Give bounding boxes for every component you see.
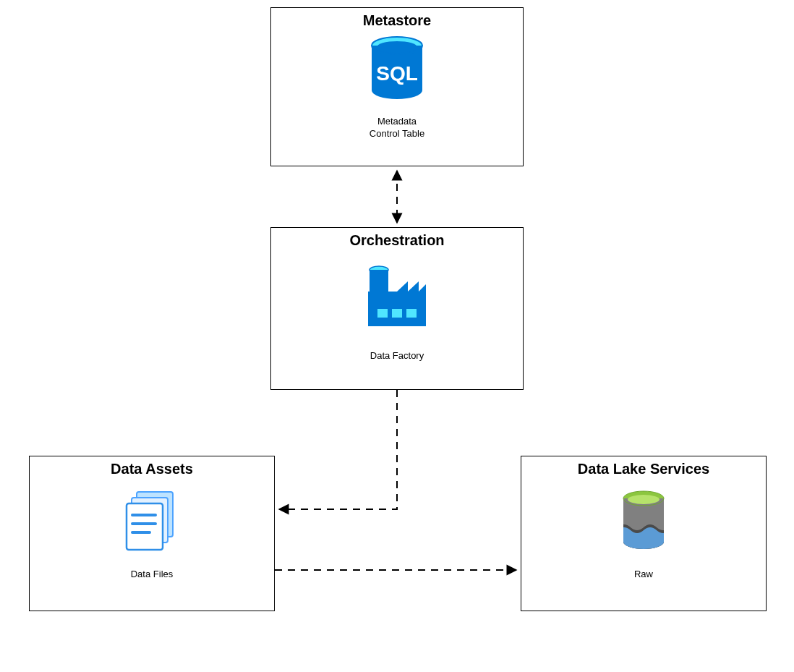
svg-marker-9 <box>408 281 419 292</box>
svg-rect-11 <box>377 309 388 318</box>
data-lake-caption: Raw <box>521 569 766 581</box>
node-data-assets: Data Assets Data Files <box>29 456 275 611</box>
svg-rect-13 <box>406 309 417 318</box>
connector-orchestration-to-data-assets <box>279 390 397 509</box>
metastore-title: Metastore <box>271 12 523 29</box>
node-orchestration: Orchestration Data Factory <box>270 227 524 390</box>
data-lake-storage-icon <box>521 483 766 563</box>
diagram-canvas: Metastore SQL Metadata Control Table Orc… <box>0 0 794 672</box>
orchestration-title: Orchestration <box>271 232 523 249</box>
svg-rect-16 <box>127 503 163 550</box>
svg-point-2 <box>377 41 417 53</box>
svg-text:SQL: SQL <box>376 62 418 85</box>
data-factory-icon <box>271 253 523 340</box>
data-lake-title: Data Lake Services <box>521 461 766 477</box>
svg-point-23 <box>628 495 659 504</box>
metastore-caption: Metadata Control Table <box>271 116 523 140</box>
svg-marker-8 <box>397 281 408 292</box>
node-data-lake: Data Lake Services Raw <box>521 456 767 611</box>
node-metastore: Metastore SQL Metadata Control Table <box>270 7 524 166</box>
data-assets-caption: Data Files <box>30 569 274 581</box>
data-files-icon <box>30 483 274 563</box>
data-assets-title: Data Assets <box>30 461 274 477</box>
svg-rect-12 <box>392 309 402 318</box>
sql-database-icon: SQL <box>271 32 523 111</box>
orchestration-caption: Data Factory <box>271 350 523 362</box>
svg-marker-10 <box>419 284 426 292</box>
